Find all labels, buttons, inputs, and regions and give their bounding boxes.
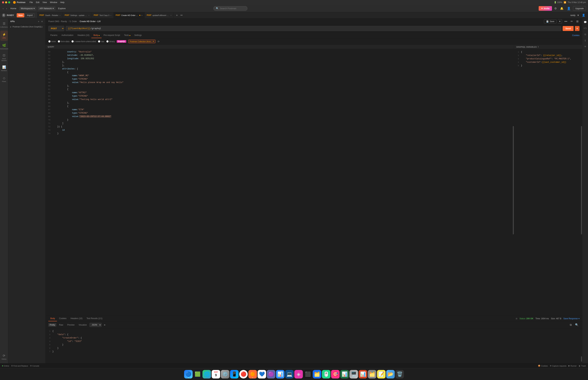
tab-headers[interactable]: Headers (10) — [75, 33, 91, 38]
tab-oauth[interactable]: POST Oauth - Retailer × — [38, 12, 63, 18]
dock-graphql[interactable]: ◈ — [294, 370, 303, 379]
tab-settings[interactable]: Settings — [132, 33, 144, 38]
statusbar-runner[interactable]: ▶ Runner — [569, 365, 577, 367]
statusbar-cookies[interactable]: 🍪 Cookies — [538, 365, 548, 367]
dock-terminal[interactable]: ⬛ — [303, 370, 312, 379]
sidebar-item-flows[interactable]: ◇ Flows — [0, 74, 8, 84]
dock-calendar[interactable]: MAR9 — [212, 370, 220, 379]
variables-scrollbar[interactable] — [581, 45, 582, 316]
search-response-button[interactable]: 🔍 — [574, 323, 580, 327]
sidebar-item-history[interactable]: ⟳ History — [0, 352, 8, 362]
sidebar-item-apis[interactable]: ⚡ APIs — [0, 31, 8, 41]
dock-excel[interactable]: 📊 — [340, 370, 349, 379]
refresh-button[interactable]: ⟳ — [158, 40, 160, 43]
dock-vscode[interactable]: 💻 — [285, 370, 294, 379]
edit-button[interactable]: ✏ — [570, 19, 574, 24]
back-button[interactable]: ‹ — [2, 6, 4, 11]
notifications-button[interactable]: 🔔 — [559, 6, 565, 11]
response-tab-headers[interactable]: Headers (10) — [69, 316, 85, 321]
tab-close-icon[interactable]: × — [89, 14, 90, 16]
statusbar-online[interactable]: Online — [2, 365, 9, 367]
fullscreen-button[interactable]: ⊞ — [575, 19, 580, 24]
variables-editor[interactable]: 1{ 2 "retailerId": {{retailer_id}}, 3 "p… — [514, 49, 582, 316]
sidebar-item-mock-servers[interactable]: ⊡ Mock Servers — [0, 52, 8, 63]
sidebar-item-monitors[interactable]: 📊 Monitors — [0, 63, 8, 74]
new-button[interactable]: New — [17, 13, 24, 17]
invite-button[interactable]: ✦ Invite — [539, 6, 552, 11]
collection-item[interactable]: ▶ Postman Collection (from GraphQL) — [8, 25, 45, 29]
cookies-button[interactable]: Cookies — [572, 34, 580, 37]
add-tab-button[interactable]: + — [175, 13, 179, 18]
right-sidebar-info-button[interactable]: ℹ — [583, 38, 588, 43]
forward-button[interactable]: › — [6, 6, 8, 11]
statusbar-capture[interactable]: ⊕ Capture requests — [550, 365, 566, 367]
statusbar-trash[interactable]: 🗑 Trash — [579, 365, 586, 367]
right-sidebar-code-button[interactable]: </> — [583, 26, 588, 31]
minimize-button[interactable] — [5, 1, 7, 3]
workspaces-button[interactable]: Workspaces ▾ — [19, 6, 37, 10]
method-select[interactable]: POST GET PUT DELETE — [48, 26, 64, 31]
right-sidebar-comments-button[interactable]: 💬 — [583, 20, 588, 24]
tab-params[interactable]: Params — [48, 33, 59, 38]
tab-test-copy[interactable]: POST Test Copy 3 × — [92, 12, 114, 18]
statusbar-console[interactable]: ⊟ Console — [30, 365, 39, 367]
dock-powerpoint[interactable]: 📊 — [359, 370, 367, 379]
dock-zoom[interactable]: 📊 — [276, 370, 285, 379]
collection-select[interactable]: Postman Collection (from... ▾ — [128, 40, 156, 43]
breadcrumb-fluent-oms[interactable]: Fluent OMS - Randy — [48, 20, 67, 23]
menu-window[interactable]: Window — [49, 1, 59, 4]
tab-authorization[interactable]: Authorization — [59, 33, 75, 38]
close-button[interactable] — [2, 1, 4, 3]
statusbar-find-replace[interactable]: ⊟ Find and Replace — [11, 365, 28, 367]
upgrade-button[interactable]: Upgrade — [573, 6, 586, 11]
tab-close-icon[interactable]: × — [59, 14, 60, 16]
query-scrollbar[interactable] — [513, 45, 514, 316]
tab-create-hd-order[interactable]: POST Create HD Order - LIV × — [114, 12, 145, 18]
dock-pycharm[interactable]: 🖱️ — [322, 370, 330, 379]
settings-button[interactable]: ⚙ — [553, 6, 558, 11]
dock-preview[interactable]: 🖥️ — [349, 370, 358, 379]
radio-binary[interactable]: binary — [106, 40, 115, 43]
breadcrumb-5-order[interactable]: 5. Order — [70, 20, 77, 23]
more-options-button[interactable]: ••• — [563, 19, 568, 24]
dock-postman[interactable]: 🟠 — [248, 370, 257, 379]
copy-response-button[interactable]: ⧉ — [569, 323, 573, 327]
radio-raw[interactable]: raw — [98, 40, 104, 43]
menu-view[interactable]: View — [41, 1, 48, 4]
add-api-button[interactable]: + — [37, 20, 40, 23]
format-type-select[interactable]: JSON XML Text — [90, 323, 102, 327]
radio-none[interactable]: none — [48, 40, 56, 43]
more-tabs-button[interactable]: ••• — [179, 13, 184, 17]
tabs-dropdown-button[interactable]: ▾ — [576, 13, 580, 18]
dock-safari[interactable]: 🌐 — [203, 370, 211, 379]
sidebar-item-environments[interactable]: 🌿 Environments — [0, 41, 8, 52]
explore-link[interactable]: Explore — [57, 6, 67, 10]
response-tab-test-results[interactable]: Test Results (1/1) — [85, 316, 104, 321]
menu-file[interactable]: File — [28, 1, 34, 4]
dock-launchpad[interactable]: 🟩 — [193, 370, 202, 379]
response-scrollbar[interactable] — [581, 328, 582, 363]
tab-close-icon[interactable]: × — [171, 14, 171, 16]
dock-chrome[interactable]: 🔴 — [239, 370, 248, 379]
dock-folder[interactable]: 📂 — [386, 370, 395, 379]
response-tab-body[interactable]: Body — [48, 316, 57, 321]
format-preview-button[interactable]: Preview — [66, 323, 76, 327]
send-button[interactable]: Send — [563, 26, 573, 31]
tab-settings[interactable]: POST Settings - update print × — [63, 12, 92, 18]
tab-pre-request[interactable]: Pre-request Script — [102, 33, 122, 38]
save-dropdown-button[interactable]: ▾ — [558, 19, 562, 23]
dock-db[interactable]: 🗂️ — [313, 370, 321, 379]
dock-intellij[interactable]: 🎯 — [331, 370, 340, 379]
dock-notes[interactable]: 📝 — [377, 370, 385, 379]
tab-update-fulfilment[interactable]: POST updateFulfilment Copy × — [145, 12, 174, 18]
dock-teams[interactable]: 🟣 — [267, 370, 275, 379]
right-sidebar-share-button[interactable]: ⧉ — [583, 32, 588, 37]
dock-slack[interactable]: 💙 — [258, 370, 266, 379]
search-bar[interactable]: 🔍 Search Postman — [213, 6, 247, 11]
import-button[interactable]: Import — [25, 13, 35, 17]
maximize-button[interactable] — [8, 1, 10, 3]
format-raw-button[interactable]: Raw — [58, 323, 64, 327]
tab-close-icon[interactable]: × — [110, 14, 111, 16]
radio-urlencoded[interactable]: x-www-form-urlencoded — [72, 40, 96, 43]
tab-close-icon[interactable]: × — [141, 14, 142, 16]
